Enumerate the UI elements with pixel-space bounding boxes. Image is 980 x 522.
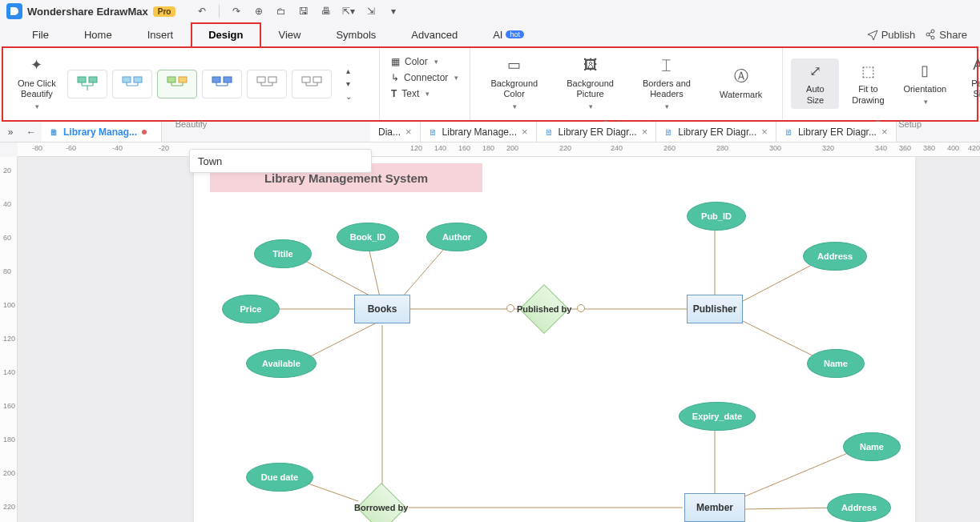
menu-view[interactable]: View <box>261 22 319 46</box>
menu-home[interactable]: Home <box>67 22 130 46</box>
app-title: Wondershare EdrawMax <box>27 6 148 18</box>
svg-rect-6 <box>134 77 142 82</box>
close-icon[interactable]: × <box>405 126 412 138</box>
pagesize-icon: A4 <box>972 56 980 75</box>
print-icon[interactable]: 🖶 <box>317 2 335 20</box>
page-size-button[interactable]: A4Page Size▾ <box>958 53 980 114</box>
close-icon[interactable]: × <box>881 126 888 138</box>
dirty-dot-icon <box>142 130 147 135</box>
background-color-button[interactable]: ▭Background Color▾ <box>484 53 544 114</box>
close-icon[interactable]: × <box>761 126 768 138</box>
undo-icon[interactable]: ↶ <box>193 2 211 20</box>
palette-icon: ▦ <box>391 56 400 67</box>
style-thumb-4[interactable] <box>202 70 242 98</box>
entity-books[interactable]: Books <box>354 295 410 323</box>
publish-button[interactable]: Publish <box>867 29 916 41</box>
style-gallery-more-icon[interactable]: ⌄ <box>340 91 357 102</box>
attr-pub-id[interactable]: Pub_ID <box>687 202 746 231</box>
open-icon[interactable]: 🗀 <box>272 2 290 20</box>
svg-rect-12 <box>268 77 276 82</box>
tabs-scroll-right-icon[interactable]: » <box>0 122 21 142</box>
cardinality-marker <box>577 304 585 312</box>
rel-published-by[interactable]: Published by <box>519 284 569 334</box>
redo-icon[interactable]: ↷ <box>228 2 245 20</box>
drawing-page[interactable]: Library Management System Books Titile B… <box>194 157 915 522</box>
save-icon[interactable]: 🖫 <box>295 2 313 20</box>
more-qat-icon[interactable]: ▾ <box>385 2 402 20</box>
attr-book-id[interactable]: Book_ID <box>337 223 399 251</box>
export-icon[interactable]: ⇱▾ <box>340 2 357 20</box>
svg-rect-14 <box>313 77 321 82</box>
style-thumb-1[interactable] <box>67 70 107 98</box>
style-gallery-down-icon[interactable]: ▾ <box>340 78 357 90</box>
cardinality-marker <box>506 304 514 312</box>
autosize-icon: ⤢ <box>805 62 825 81</box>
close-icon[interactable]: × <box>522 126 528 138</box>
doc-tab-0[interactable]: 🗎 Library Manag... <box>42 122 162 142</box>
watermark-button[interactable]: ⒶWatermark <box>713 64 768 103</box>
attr-name2[interactable]: Name <box>843 432 901 461</box>
attr-price[interactable]: Price <box>222 295 280 323</box>
sparkle-icon: ✦ <box>27 56 46 75</box>
background-picture-button[interactable]: 🖼Background Picture▾ <box>560 53 620 114</box>
doc-tab-4[interactable]: 🗎 Library ER Diagr... × <box>656 122 776 142</box>
svg-rect-11 <box>257 77 265 82</box>
borders-headers-button[interactable]: ⌶Borders and Headers▾ <box>636 53 697 114</box>
color-menu[interactable]: ▦Color▾ <box>388 54 462 69</box>
svg-rect-5 <box>123 77 131 82</box>
auto-size-button[interactable]: ⤢Auto Size <box>791 58 839 108</box>
new-icon[interactable]: ⊕ <box>250 2 268 20</box>
doc-tab-1[interactable]: Dia... × <box>370 122 421 142</box>
close-icon[interactable]: × <box>642 126 648 138</box>
doc-tab-2[interactable]: 🗎 Library Manage... × <box>421 122 537 142</box>
share-button[interactable]: Share <box>925 29 967 41</box>
attr-address2[interactable]: Address <box>827 493 891 522</box>
svg-rect-7 <box>167 77 175 82</box>
doc-tab-3[interactable]: 🗎 Library ER Diagr... × <box>537 122 657 142</box>
borders-icon: ⌶ <box>657 56 676 75</box>
attr-titile[interactable]: Titile <box>254 239 312 268</box>
attr-due-date[interactable]: Due date <box>246 463 313 492</box>
style-thumb-3[interactable] <box>157 70 197 98</box>
fit-to-drawing-button[interactable]: ⬚Fit to Drawing <box>844 58 892 108</box>
import-icon[interactable]: ⇲ <box>362 2 380 20</box>
fit-icon: ⬚ <box>858 62 877 81</box>
orientation-button[interactable]: ▯Orientation▾ <box>897 58 953 110</box>
bgpicture-icon: 🖼 <box>581 56 600 75</box>
attr-expiry[interactable]: Expiry_date <box>679 402 756 431</box>
canvas[interactable]: Library Management System Books Titile B… <box>18 157 980 522</box>
one-click-beautify-button[interactable]: ✦ One Click Beautify▾ <box>11 53 63 114</box>
attr-address1[interactable]: Address <box>803 242 867 271</box>
style-thumb-5[interactable] <box>247 70 287 98</box>
menu-ai[interactable]: AI hot <box>475 22 542 46</box>
attr-author[interactable]: Author <box>426 223 487 251</box>
pro-badge: Pro <box>153 6 176 17</box>
hot-badge: hot <box>506 30 524 38</box>
entity-publisher[interactable]: Publisher <box>687 295 743 323</box>
orientation-icon: ▯ <box>915 62 934 81</box>
style-gallery-up-icon[interactable]: ▴ <box>340 66 357 77</box>
style-thumb-2[interactable] <box>112 70 152 98</box>
rel-borrowed-by[interactable]: Borrowed by <box>357 483 406 522</box>
connector-menu[interactable]: ↳Connector▾ <box>388 70 462 85</box>
connector-icon: ↳ <box>391 72 399 83</box>
doc-icon: 🗎 <box>664 127 673 137</box>
entity-member[interactable]: Member <box>684 493 745 522</box>
menu-advanced[interactable]: Advanced <box>393 22 475 46</box>
menu-insert[interactable]: Insert <box>130 22 192 46</box>
doc-icon: 🗎 <box>784 127 793 137</box>
horizontal-ruler: -80 -60 -40 -20 120 140 160 180 200 220 … <box>18 143 980 157</box>
menu-symbols[interactable]: Symbols <box>318 22 393 46</box>
watermark-icon: Ⓐ <box>732 67 751 86</box>
tooltip-box: Town <box>189 149 372 173</box>
style-thumb-6[interactable] <box>292 70 332 98</box>
tabs-back-icon[interactable]: ← <box>21 122 42 142</box>
doc-tab-5[interactable]: 🗎 Library ER Diagr... × <box>776 122 897 142</box>
text-menu[interactable]: TText▾ <box>388 86 462 101</box>
doc-icon: 🗎 <box>545 127 554 137</box>
menu-design[interactable]: Design <box>191 22 260 46</box>
attr-name1[interactable]: Name <box>807 349 865 378</box>
attr-available[interactable]: Available <box>246 349 317 378</box>
menu-file[interactable]: File <box>14 22 67 46</box>
svg-rect-10 <box>224 77 232 82</box>
